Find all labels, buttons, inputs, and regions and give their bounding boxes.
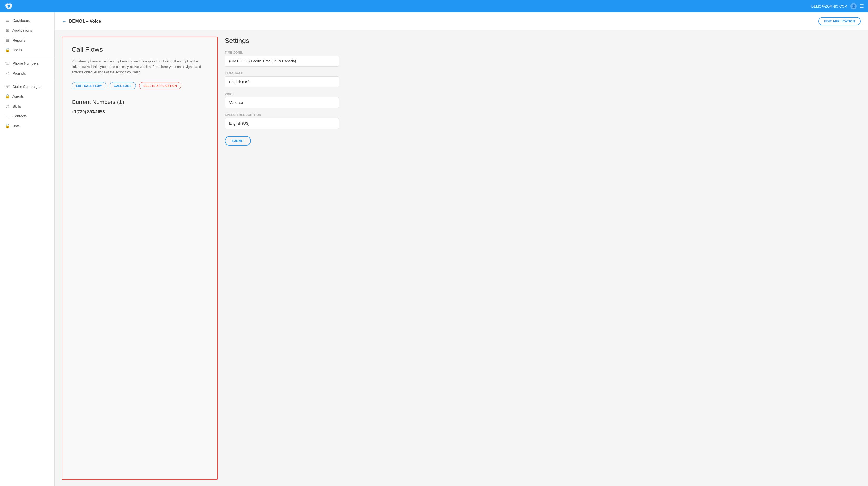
phone-numbers-icon: ☏ — [5, 61, 10, 66]
timezone-label: TIME ZONE: — [225, 51, 339, 54]
settings-panel: Settings TIME ZONE: (GMT-08:00) Pacific … — [225, 37, 339, 480]
content-body: Call Flows You already have an active sc… — [55, 30, 868, 486]
call-flows-description: You already have an active script runnin… — [72, 59, 202, 75]
timezone-value: (GMT-08:00) Pacific Time (US & Canada) — [225, 56, 339, 66]
page-title: DEMO1 – Voice — [69, 19, 101, 24]
agents-icon: 🔓 — [5, 94, 10, 99]
dashboard-icon: ▭ — [5, 18, 10, 23]
page-title-area: ← DEMO1 – Voice — [62, 19, 101, 24]
voice-field: VOICE Vanessa — [225, 92, 339, 108]
sidebar-label-dialer-campaigns: Dialer Campaigns — [12, 84, 41, 89]
sidebar-label-agents: Agents — [12, 94, 24, 98]
sidebar-label-reports: Reports — [12, 38, 25, 42]
hamburger-icon[interactable]: ☰ — [860, 3, 864, 9]
language-value: English (US) — [225, 77, 339, 87]
sidebar-label-skills: Skills — [12, 104, 21, 108]
voice-label: VOICE — [225, 92, 339, 96]
main-content: ← DEMO1 – Voice EDIT APPLICATION Call Fl… — [55, 12, 868, 486]
edit-application-button[interactable]: EDIT APPLICATION — [818, 17, 861, 26]
applications-icon: ⊞ — [5, 28, 10, 33]
language-label: LANGUAGE — [225, 72, 339, 75]
call-flows-actions: EDIT CALL FLOW CALL LOGS DELETE APPLICAT… — [72, 82, 208, 89]
speech-recognition-label: SPEECH RECOGNITION — [225, 113, 339, 116]
sidebar-item-phone-numbers[interactable]: ☏ Phone Numbers — [0, 58, 54, 68]
sidebar-divider-1 — [0, 57, 54, 57]
current-numbers-title: Current Numbers (1) — [72, 99, 208, 106]
sidebar-item-dialer-campaigns[interactable]: ☏ Dialer Campaigns — [0, 82, 54, 91]
sidebar-label-dashboard: Dashboard — [12, 19, 30, 23]
back-button[interactable]: ← — [62, 19, 66, 24]
sidebar-label-applications: Applications — [12, 28, 32, 32]
sidebar-item-applications[interactable]: ⊞ Applications — [0, 26, 54, 35]
speech-recognition-field: SPEECH RECOGNITION English (US) — [225, 113, 339, 129]
dialer-campaigns-icon: ☏ — [5, 84, 10, 89]
reports-icon: ▦ — [5, 38, 10, 42]
language-field: LANGUAGE English (US) — [225, 72, 339, 87]
sidebar-item-prompts[interactable]: ◁ Prompts — [0, 68, 54, 78]
sidebar-label-users: Users — [12, 48, 22, 52]
speech-recognition-value: English (US) — [225, 118, 339, 129]
sidebar: ▭ Dashboard ⊞ Applications ▦ Reports 🔓 U… — [0, 12, 55, 486]
sidebar-item-dashboard[interactable]: ▭ Dashboard — [0, 16, 54, 26]
phone-number: +1(720) 893-1053 — [72, 110, 208, 114]
prompts-icon: ◁ — [5, 71, 10, 76]
delete-application-button[interactable]: DELETE APPLICATION — [139, 82, 181, 89]
skills-icon: ◎ — [5, 104, 10, 109]
users-icon: 🔓 — [5, 48, 10, 53]
edit-call-flow-button[interactable]: EDIT CALL FLOW — [72, 82, 106, 89]
sidebar-item-agents[interactable]: 🔓 Agents — [0, 91, 54, 102]
logo[interactable] — [4, 2, 13, 11]
sidebar-item-users[interactable]: 🔓 Users — [0, 45, 54, 55]
timezone-field: TIME ZONE: (GMT-08:00) Pacific Time (US … — [225, 51, 339, 66]
sidebar-label-contacts: Contacts — [12, 114, 27, 118]
sidebar-item-reports[interactable]: ▦ Reports — [0, 35, 54, 45]
call-flows-title: Call Flows — [72, 46, 208, 54]
call-flows-card: Call Flows You already have an active sc… — [62, 37, 218, 480]
sidebar-label-prompts: Prompts — [12, 71, 26, 75]
sidebar-label-bots: Bots — [12, 124, 20, 128]
sidebar-item-bots[interactable]: 🔓 Bots — [0, 121, 54, 131]
sidebar-label-phone-numbers: Phone Numbers — [12, 61, 39, 65]
settings-title: Settings — [225, 37, 339, 45]
bots-icon: 🔓 — [5, 124, 10, 128]
user-avatar-icon[interactable]: 👤 — [850, 3, 857, 9]
user-email: DEMO@ZOMNIO.COM — [811, 4, 847, 8]
sidebar-item-contacts[interactable]: ▭ Contacts — [0, 111, 54, 121]
contacts-icon: ▭ — [5, 114, 10, 118]
submit-button[interactable]: SUBMIT — [225, 136, 251, 146]
app-header: DEMO@ZOMNIO.COM 👤 ☰ — [0, 0, 868, 12]
call-logs-button[interactable]: CALL LOGS — [110, 82, 136, 89]
voice-value: Vanessa — [225, 97, 339, 108]
header-right: DEMO@ZOMNIO.COM 👤 ☰ — [811, 3, 864, 9]
page-header: ← DEMO1 – Voice EDIT APPLICATION — [55, 12, 868, 30]
sidebar-item-skills[interactable]: ◎ Skills — [0, 102, 54, 111]
